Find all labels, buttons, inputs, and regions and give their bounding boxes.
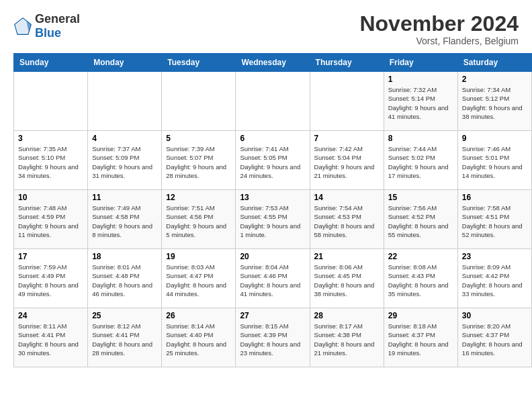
day-info: Sunrise: 8:20 AM Sunset: 4:37 PM Dayligh…: [462, 322, 527, 357]
day-number: 24: [18, 311, 83, 320]
calendar-cell: 6Sunrise: 7:41 AM Sunset: 5:05 PM Daylig…: [236, 131, 310, 190]
page-header: General Blue November 2024 Vorst, Flande…: [0, 0, 532, 53]
calendar-cell: 13Sunrise: 7:53 AM Sunset: 4:55 PM Dayli…: [236, 190, 310, 249]
day-number: 15: [388, 193, 453, 202]
day-number: 25: [92, 311, 157, 320]
calendar-container: Sunday Monday Tuesday Wednesday Thursday…: [0, 53, 532, 367]
day-number: 20: [240, 252, 305, 261]
title-block: November 2024 Vorst, Flanders, Belgium: [359, 12, 519, 46]
calendar-cell: [88, 72, 162, 131]
day-info: Sunrise: 7:42 AM Sunset: 5:04 PM Dayligh…: [314, 144, 380, 180]
calendar-cell: 12Sunrise: 7:51 AM Sunset: 4:56 PM Dayli…: [162, 190, 236, 249]
calendar-cell: 25Sunrise: 8:12 AM Sunset: 4:41 PM Dayli…: [88, 308, 162, 367]
day-info: Sunrise: 7:37 AM Sunset: 5:09 PM Dayligh…: [92, 144, 157, 180]
day-info: Sunrise: 8:09 AM Sunset: 4:42 PM Dayligh…: [462, 263, 527, 298]
day-number: 18: [92, 252, 157, 261]
day-info: Sunrise: 7:39 AM Sunset: 5:07 PM Dayligh…: [166, 144, 231, 180]
day-info: Sunrise: 7:53 AM Sunset: 4:55 PM Dayligh…: [240, 203, 305, 239]
logo-general: General: [35, 12, 80, 26]
day-info: Sunrise: 7:54 AM Sunset: 4:53 PM Dayligh…: [314, 203, 380, 239]
calendar-cell: 21Sunrise: 8:06 AM Sunset: 4:45 PM Dayli…: [310, 249, 384, 308]
month-title: November 2024: [359, 12, 519, 36]
calendar-week-row-1: 1Sunrise: 7:32 AM Sunset: 5:14 PM Daylig…: [14, 72, 532, 131]
calendar-cell: 3Sunrise: 7:35 AM Sunset: 5:10 PM Daylig…: [14, 131, 88, 190]
calendar-cell: 15Sunrise: 7:56 AM Sunset: 4:52 PM Dayli…: [384, 190, 457, 249]
day-number: 10: [18, 193, 83, 202]
day-info: Sunrise: 8:15 AM Sunset: 4:39 PM Dayligh…: [240, 322, 305, 357]
logo-icon: [13, 17, 32, 36]
day-info: Sunrise: 8:08 AM Sunset: 4:43 PM Dayligh…: [388, 263, 453, 298]
calendar-cell: 22Sunrise: 8:08 AM Sunset: 4:43 PM Dayli…: [384, 249, 457, 308]
day-number: 26: [166, 311, 231, 320]
day-info: Sunrise: 8:01 AM Sunset: 4:48 PM Dayligh…: [92, 263, 157, 298]
day-number: 13: [240, 193, 305, 202]
day-info: Sunrise: 8:03 AM Sunset: 4:47 PM Dayligh…: [166, 263, 231, 298]
calendar-week-row-5: 24Sunrise: 8:11 AM Sunset: 4:41 PM Dayli…: [14, 308, 532, 367]
calendar-cell: 27Sunrise: 8:15 AM Sunset: 4:39 PM Dayli…: [236, 308, 310, 367]
day-info: Sunrise: 7:51 AM Sunset: 4:56 PM Dayligh…: [166, 203, 231, 239]
calendar-cell: [162, 72, 236, 131]
day-number: 30: [462, 311, 527, 320]
calendar-cell: 9Sunrise: 7:46 AM Sunset: 5:01 PM Daylig…: [457, 131, 531, 190]
day-info: Sunrise: 7:58 AM Sunset: 4:51 PM Dayligh…: [462, 203, 527, 239]
calendar-cell: 7Sunrise: 7:42 AM Sunset: 5:04 PM Daylig…: [310, 131, 384, 190]
calendar-cell: 4Sunrise: 7:37 AM Sunset: 5:09 PM Daylig…: [88, 131, 162, 190]
day-info: Sunrise: 7:49 AM Sunset: 4:58 PM Dayligh…: [92, 203, 157, 239]
calendar-week-row-2: 3Sunrise: 7:35 AM Sunset: 5:10 PM Daylig…: [14, 131, 532, 190]
day-info: Sunrise: 7:44 AM Sunset: 5:02 PM Dayligh…: [388, 144, 453, 180]
logo-text: General Blue: [35, 12, 80, 40]
calendar-week-row-4: 17Sunrise: 7:59 AM Sunset: 4:49 PM Dayli…: [14, 249, 532, 308]
day-info: Sunrise: 7:35 AM Sunset: 5:10 PM Dayligh…: [18, 144, 83, 180]
day-number: 4: [92, 134, 157, 143]
day-info: Sunrise: 7:48 AM Sunset: 4:59 PM Dayligh…: [18, 203, 83, 239]
calendar-cell: 30Sunrise: 8:20 AM Sunset: 4:37 PM Dayli…: [457, 308, 531, 367]
day-number: 2: [462, 75, 527, 84]
day-number: 11: [92, 193, 157, 202]
calendar-cell: 5Sunrise: 7:39 AM Sunset: 5:07 PM Daylig…: [162, 131, 236, 190]
calendar-cell: 16Sunrise: 7:58 AM Sunset: 4:51 PM Dayli…: [457, 190, 531, 249]
day-number: 23: [462, 252, 527, 261]
calendar-cell: 28Sunrise: 8:17 AM Sunset: 4:38 PM Dayli…: [310, 308, 384, 367]
calendar-cell: 19Sunrise: 8:03 AM Sunset: 4:47 PM Dayli…: [162, 249, 236, 308]
day-number: 16: [462, 193, 527, 202]
day-number: 3: [18, 134, 83, 143]
day-info: Sunrise: 8:04 AM Sunset: 4:46 PM Dayligh…: [240, 263, 305, 298]
calendar-cell: 29Sunrise: 8:18 AM Sunset: 4:37 PM Dayli…: [384, 308, 457, 367]
day-number: 22: [388, 252, 453, 261]
day-number: 6: [240, 134, 305, 143]
day-info: Sunrise: 8:12 AM Sunset: 4:41 PM Dayligh…: [92, 322, 157, 357]
day-info: Sunrise: 7:56 AM Sunset: 4:52 PM Dayligh…: [388, 203, 453, 239]
day-info: Sunrise: 7:59 AM Sunset: 4:49 PM Dayligh…: [18, 263, 83, 298]
day-number: 21: [314, 252, 380, 261]
day-number: 1: [388, 75, 453, 84]
day-number: 29: [388, 311, 453, 320]
day-info: Sunrise: 7:32 AM Sunset: 5:14 PM Dayligh…: [388, 85, 453, 121]
calendar-cell: 8Sunrise: 7:44 AM Sunset: 5:02 PM Daylig…: [384, 131, 457, 190]
day-info: Sunrise: 7:41 AM Sunset: 5:05 PM Dayligh…: [240, 144, 305, 180]
day-number: 27: [240, 311, 305, 320]
calendar-cell: 20Sunrise: 8:04 AM Sunset: 4:46 PM Dayli…: [236, 249, 310, 308]
calendar-cell: 23Sunrise: 8:09 AM Sunset: 4:42 PM Dayli…: [457, 249, 531, 308]
calendar-cell: 14Sunrise: 7:54 AM Sunset: 4:53 PM Dayli…: [310, 190, 384, 249]
header-friday: Friday: [384, 54, 457, 72]
calendar-cell: [310, 72, 384, 131]
day-info: Sunrise: 7:46 AM Sunset: 5:01 PM Dayligh…: [462, 144, 527, 180]
calendar-week-row-3: 10Sunrise: 7:48 AM Sunset: 4:59 PM Dayli…: [14, 190, 532, 249]
day-number: 8: [388, 134, 453, 143]
day-info: Sunrise: 8:06 AM Sunset: 4:45 PM Dayligh…: [314, 263, 380, 298]
calendar-cell: 17Sunrise: 7:59 AM Sunset: 4:49 PM Dayli…: [14, 249, 88, 308]
day-number: 17: [18, 252, 83, 261]
weekday-header-row: Sunday Monday Tuesday Wednesday Thursday…: [14, 54, 532, 72]
day-number: 7: [314, 134, 380, 143]
day-number: 14: [314, 193, 380, 202]
location: Vorst, Flanders, Belgium: [359, 36, 519, 46]
day-number: 5: [166, 134, 231, 143]
calendar-cell: 26Sunrise: 8:14 AM Sunset: 4:40 PM Dayli…: [162, 308, 236, 367]
calendar-cell: 1Sunrise: 7:32 AM Sunset: 5:14 PM Daylig…: [384, 72, 457, 131]
day-number: 12: [166, 193, 231, 202]
day-number: 9: [462, 134, 527, 143]
calendar-cell: 11Sunrise: 7:49 AM Sunset: 4:58 PM Dayli…: [88, 190, 162, 249]
calendar-cell: [236, 72, 310, 131]
header-saturday: Saturday: [457, 54, 531, 72]
logo: General Blue: [13, 12, 80, 40]
